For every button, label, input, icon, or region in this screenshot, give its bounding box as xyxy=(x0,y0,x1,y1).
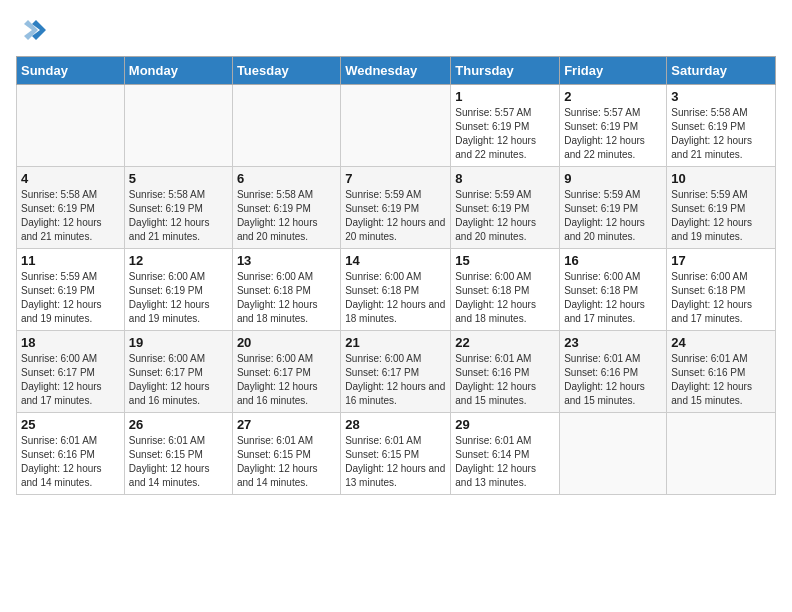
day-info: Sunrise: 5:57 AM Sunset: 6:19 PM Dayligh… xyxy=(564,106,662,162)
calendar-cell: 6Sunrise: 5:58 AM Sunset: 6:19 PM Daylig… xyxy=(232,167,340,249)
calendar-cell: 3Sunrise: 5:58 AM Sunset: 6:19 PM Daylig… xyxy=(667,85,776,167)
day-info: Sunrise: 5:58 AM Sunset: 6:19 PM Dayligh… xyxy=(129,188,228,244)
day-info: Sunrise: 6:00 AM Sunset: 6:17 PM Dayligh… xyxy=(21,352,120,408)
day-number: 17 xyxy=(671,253,771,268)
page-header xyxy=(16,16,776,48)
day-number: 22 xyxy=(455,335,555,350)
calendar-cell: 23Sunrise: 6:01 AM Sunset: 6:16 PM Dayli… xyxy=(560,331,667,413)
calendar-cell xyxy=(560,413,667,495)
day-number: 9 xyxy=(564,171,662,186)
logo xyxy=(16,16,50,48)
day-number: 23 xyxy=(564,335,662,350)
day-info: Sunrise: 6:00 AM Sunset: 6:18 PM Dayligh… xyxy=(671,270,771,326)
calendar-cell: 5Sunrise: 5:58 AM Sunset: 6:19 PM Daylig… xyxy=(124,167,232,249)
day-info: Sunrise: 6:01 AM Sunset: 6:15 PM Dayligh… xyxy=(129,434,228,490)
calendar-cell: 22Sunrise: 6:01 AM Sunset: 6:16 PM Dayli… xyxy=(451,331,560,413)
day-info: Sunrise: 5:57 AM Sunset: 6:19 PM Dayligh… xyxy=(455,106,555,162)
day-number: 6 xyxy=(237,171,336,186)
calendar-cell xyxy=(341,85,451,167)
day-number: 28 xyxy=(345,417,446,432)
day-number: 13 xyxy=(237,253,336,268)
day-number: 29 xyxy=(455,417,555,432)
calendar-cell xyxy=(232,85,340,167)
calendar-cell: 8Sunrise: 5:59 AM Sunset: 6:19 PM Daylig… xyxy=(451,167,560,249)
day-number: 7 xyxy=(345,171,446,186)
day-info: Sunrise: 5:58 AM Sunset: 6:19 PM Dayligh… xyxy=(237,188,336,244)
day-number: 18 xyxy=(21,335,120,350)
calendar-week-row: 11Sunrise: 5:59 AM Sunset: 6:19 PM Dayli… xyxy=(17,249,776,331)
calendar-cell: 17Sunrise: 6:00 AM Sunset: 6:18 PM Dayli… xyxy=(667,249,776,331)
calendar-cell: 16Sunrise: 6:00 AM Sunset: 6:18 PM Dayli… xyxy=(560,249,667,331)
day-number: 24 xyxy=(671,335,771,350)
calendar-cell xyxy=(17,85,125,167)
day-info: Sunrise: 5:58 AM Sunset: 6:19 PM Dayligh… xyxy=(671,106,771,162)
calendar-week-row: 1Sunrise: 5:57 AM Sunset: 6:19 PM Daylig… xyxy=(17,85,776,167)
day-number: 10 xyxy=(671,171,771,186)
calendar-cell: 7Sunrise: 5:59 AM Sunset: 6:19 PM Daylig… xyxy=(341,167,451,249)
calendar-cell: 4Sunrise: 5:58 AM Sunset: 6:19 PM Daylig… xyxy=(17,167,125,249)
calendar-cell: 12Sunrise: 6:00 AM Sunset: 6:19 PM Dayli… xyxy=(124,249,232,331)
dow-header: Sunday xyxy=(17,57,125,85)
calendar-week-row: 18Sunrise: 6:00 AM Sunset: 6:17 PM Dayli… xyxy=(17,331,776,413)
calendar-cell xyxy=(124,85,232,167)
day-info: Sunrise: 5:59 AM Sunset: 6:19 PM Dayligh… xyxy=(564,188,662,244)
calendar-cell: 9Sunrise: 5:59 AM Sunset: 6:19 PM Daylig… xyxy=(560,167,667,249)
day-number: 26 xyxy=(129,417,228,432)
calendar-cell: 29Sunrise: 6:01 AM Sunset: 6:14 PM Dayli… xyxy=(451,413,560,495)
day-info: Sunrise: 6:00 AM Sunset: 6:18 PM Dayligh… xyxy=(345,270,446,326)
day-number: 3 xyxy=(671,89,771,104)
day-number: 16 xyxy=(564,253,662,268)
calendar-cell: 20Sunrise: 6:00 AM Sunset: 6:17 PM Dayli… xyxy=(232,331,340,413)
calendar-cell: 19Sunrise: 6:00 AM Sunset: 6:17 PM Dayli… xyxy=(124,331,232,413)
day-info: Sunrise: 6:00 AM Sunset: 6:17 PM Dayligh… xyxy=(237,352,336,408)
day-info: Sunrise: 5:59 AM Sunset: 6:19 PM Dayligh… xyxy=(671,188,771,244)
logo-icon xyxy=(18,16,50,48)
day-info: Sunrise: 6:01 AM Sunset: 6:16 PM Dayligh… xyxy=(671,352,771,408)
calendar-cell: 14Sunrise: 6:00 AM Sunset: 6:18 PM Dayli… xyxy=(341,249,451,331)
calendar-week-row: 25Sunrise: 6:01 AM Sunset: 6:16 PM Dayli… xyxy=(17,413,776,495)
calendar-cell: 10Sunrise: 5:59 AM Sunset: 6:19 PM Dayli… xyxy=(667,167,776,249)
dow-header: Tuesday xyxy=(232,57,340,85)
day-number: 19 xyxy=(129,335,228,350)
day-number: 2 xyxy=(564,89,662,104)
day-number: 27 xyxy=(237,417,336,432)
calendar-cell: 27Sunrise: 6:01 AM Sunset: 6:15 PM Dayli… xyxy=(232,413,340,495)
day-number: 14 xyxy=(345,253,446,268)
calendar-week-row: 4Sunrise: 5:58 AM Sunset: 6:19 PM Daylig… xyxy=(17,167,776,249)
days-of-week-row: SundayMondayTuesdayWednesdayThursdayFrid… xyxy=(17,57,776,85)
calendar-cell: 1Sunrise: 5:57 AM Sunset: 6:19 PM Daylig… xyxy=(451,85,560,167)
day-info: Sunrise: 6:01 AM Sunset: 6:14 PM Dayligh… xyxy=(455,434,555,490)
day-info: Sunrise: 6:01 AM Sunset: 6:16 PM Dayligh… xyxy=(564,352,662,408)
calendar-cell xyxy=(667,413,776,495)
day-number: 15 xyxy=(455,253,555,268)
day-info: Sunrise: 6:00 AM Sunset: 6:18 PM Dayligh… xyxy=(237,270,336,326)
day-info: Sunrise: 5:59 AM Sunset: 6:19 PM Dayligh… xyxy=(455,188,555,244)
calendar-cell: 13Sunrise: 6:00 AM Sunset: 6:18 PM Dayli… xyxy=(232,249,340,331)
calendar-table: SundayMondayTuesdayWednesdayThursdayFrid… xyxy=(16,56,776,495)
day-info: Sunrise: 6:00 AM Sunset: 6:17 PM Dayligh… xyxy=(345,352,446,408)
day-number: 8 xyxy=(455,171,555,186)
day-info: Sunrise: 5:59 AM Sunset: 6:19 PM Dayligh… xyxy=(21,270,120,326)
calendar-cell: 24Sunrise: 6:01 AM Sunset: 6:16 PM Dayli… xyxy=(667,331,776,413)
dow-header: Wednesday xyxy=(341,57,451,85)
calendar-cell: 2Sunrise: 5:57 AM Sunset: 6:19 PM Daylig… xyxy=(560,85,667,167)
day-info: Sunrise: 5:58 AM Sunset: 6:19 PM Dayligh… xyxy=(21,188,120,244)
day-info: Sunrise: 5:59 AM Sunset: 6:19 PM Dayligh… xyxy=(345,188,446,244)
day-info: Sunrise: 6:00 AM Sunset: 6:18 PM Dayligh… xyxy=(455,270,555,326)
day-number: 5 xyxy=(129,171,228,186)
day-number: 11 xyxy=(21,253,120,268)
day-info: Sunrise: 6:00 AM Sunset: 6:19 PM Dayligh… xyxy=(129,270,228,326)
dow-header: Thursday xyxy=(451,57,560,85)
dow-header: Saturday xyxy=(667,57,776,85)
day-number: 20 xyxy=(237,335,336,350)
day-number: 21 xyxy=(345,335,446,350)
dow-header: Monday xyxy=(124,57,232,85)
day-number: 25 xyxy=(21,417,120,432)
day-info: Sunrise: 6:00 AM Sunset: 6:18 PM Dayligh… xyxy=(564,270,662,326)
day-info: Sunrise: 6:01 AM Sunset: 6:16 PM Dayligh… xyxy=(455,352,555,408)
calendar-cell: 25Sunrise: 6:01 AM Sunset: 6:16 PM Dayli… xyxy=(17,413,125,495)
calendar-cell: 26Sunrise: 6:01 AM Sunset: 6:15 PM Dayli… xyxy=(124,413,232,495)
calendar-cell: 15Sunrise: 6:00 AM Sunset: 6:18 PM Dayli… xyxy=(451,249,560,331)
day-info: Sunrise: 6:01 AM Sunset: 6:15 PM Dayligh… xyxy=(345,434,446,490)
calendar-cell: 18Sunrise: 6:00 AM Sunset: 6:17 PM Dayli… xyxy=(17,331,125,413)
